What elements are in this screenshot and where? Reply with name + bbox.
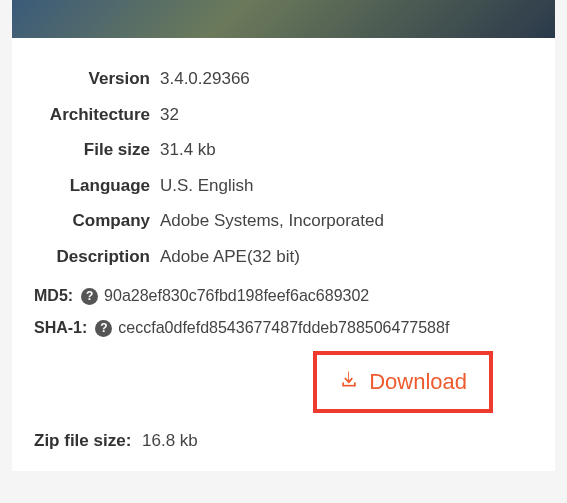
label-md5: MD5: — [34, 287, 73, 305]
label-zipsize: Zip file size: — [34, 431, 131, 450]
label-version: Version — [34, 66, 160, 92]
value-version: 3.4.0.29366 — [160, 66, 250, 92]
download-icon — [339, 369, 359, 395]
download-highlight: Download — [313, 351, 493, 413]
value-company: Adobe Systems, Incorporated — [160, 208, 384, 234]
help-icon[interactable]: ? — [81, 288, 98, 305]
download-button[interactable]: Download — [339, 369, 467, 395]
value-md5: 90a28ef830c76fbd198feef6ac689302 — [104, 287, 369, 305]
value-filesize: 31.4 kb — [160, 137, 216, 163]
label-description: Description — [34, 244, 160, 270]
download-label: Download — [369, 369, 467, 395]
row-md5: MD5: ? 90a28ef830c76fbd198feef6ac689302 — [34, 287, 533, 305]
file-details-card: Version 3.4.0.29366 Architecture 32 File… — [12, 38, 555, 471]
label-filesize: File size — [34, 137, 160, 163]
value-architecture: 32 — [160, 102, 179, 128]
value-description: Adobe APE(32 bit) — [160, 244, 300, 270]
value-sha1: ceccfa0dfefd8543677487fddeb788506477588f — [118, 319, 449, 337]
svg-rect-1 — [342, 382, 344, 385]
row-description: Description Adobe APE(32 bit) — [34, 244, 533, 270]
value-language: U.S. English — [160, 173, 254, 199]
hero-image — [12, 0, 555, 38]
row-version: Version 3.4.0.29366 — [34, 66, 533, 92]
label-sha1: SHA-1: — [34, 319, 87, 337]
label-language: Language — [34, 173, 160, 199]
row-language: Language U.S. English — [34, 173, 533, 199]
row-zipsize: Zip file size: 16.8 kb — [34, 431, 533, 451]
row-sha1: SHA-1: ? ceccfa0dfefd8543677487fddeb7885… — [34, 319, 533, 337]
label-company: Company — [34, 208, 160, 234]
svg-rect-0 — [342, 385, 355, 387]
help-icon[interactable]: ? — [95, 320, 112, 337]
value-zipsize: 16.8 kb — [142, 431, 198, 450]
row-filesize: File size 31.4 kb — [34, 137, 533, 163]
label-architecture: Architecture — [34, 102, 160, 128]
svg-rect-2 — [354, 382, 356, 385]
row-company: Company Adobe Systems, Incorporated — [34, 208, 533, 234]
row-architecture: Architecture 32 — [34, 102, 533, 128]
